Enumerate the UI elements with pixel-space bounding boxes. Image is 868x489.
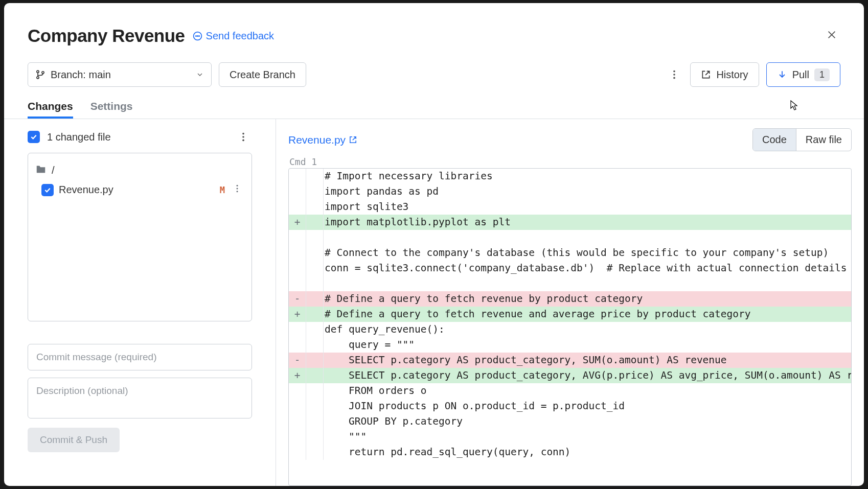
- send-feedback-link[interactable]: Send feedback: [192, 30, 274, 42]
- diff-line: + import matplotlib.pyplot as plt: [289, 215, 851, 230]
- svg-point-1: [195, 35, 196, 36]
- pull-count-badge: 1: [814, 68, 830, 81]
- svg-point-9: [674, 77, 676, 79]
- diff-line: JOIN products p ON o.product_id = p.prod…: [289, 399, 851, 414]
- dots-vertical-icon: [232, 183, 242, 194]
- tree-file[interactable]: Revenue.py M: [34, 180, 245, 199]
- tab-settings[interactable]: Settings: [90, 100, 133, 119]
- commit-message-input[interactable]: [28, 344, 252, 370]
- diff-line: # Connect to the company's database (thi…: [289, 245, 851, 261]
- create-branch-button[interactable]: Create Branch: [219, 62, 306, 87]
- external-link-icon: [349, 135, 357, 144]
- svg-point-5: [37, 77, 39, 79]
- svg-point-7: [674, 71, 676, 73]
- chat-icon: [192, 31, 203, 41]
- dots-vertical-icon: [669, 69, 680, 80]
- diff-line: # Import necessary libraries: [289, 169, 851, 184]
- select-all-checkbox[interactable]: [28, 131, 40, 143]
- diff-line: FROM orders o: [289, 383, 851, 399]
- check-icon: [43, 186, 52, 194]
- body: 1 changed file / Revenue.py M: [4, 119, 864, 486]
- tabs: Changes Settings: [4, 87, 864, 119]
- diff-line: import pandas as pd: [289, 184, 851, 199]
- file-status-badge: M: [220, 185, 225, 195]
- svg-point-2: [197, 35, 197, 36]
- svg-point-14: [237, 188, 238, 190]
- external-link-icon: [701, 69, 711, 80]
- svg-point-4: [37, 71, 39, 73]
- folder-icon: [35, 164, 47, 177]
- diff-line: GROUP BY p.category: [289, 414, 851, 429]
- modal: Company Revenue Send feedback Branch: ma…: [4, 3, 864, 486]
- toolbar: Branch: main Create Branch History Pull …: [4, 46, 864, 87]
- svg-point-3: [198, 35, 199, 36]
- diff-line: - SELECT p.category AS product_category,…: [289, 353, 851, 368]
- diff-line: + SELECT p.category AS product_category,…: [289, 368, 851, 383]
- file-tree: / Revenue.py M: [28, 153, 252, 321]
- history-button[interactable]: History: [690, 62, 759, 87]
- changed-files-row: 1 changed file: [28, 128, 252, 146]
- commit-area: Commit & Push: [28, 344, 252, 452]
- svg-point-15: [237, 191, 238, 192]
- content: Revenue.py Code Raw file Cmd 1 # Import …: [276, 119, 864, 486]
- history-label: History: [716, 69, 748, 81]
- diff-line: return pd.read_sql_query(query, conn): [289, 445, 851, 460]
- diff-line: def query_revenue():: [289, 322, 851, 337]
- pull-button[interactable]: Pull 1: [766, 62, 840, 87]
- file-checkbox[interactable]: [41, 184, 54, 196]
- sidebar: 1 changed file / Revenue.py M: [4, 119, 276, 486]
- header: Company Revenue Send feedback: [4, 3, 864, 46]
- svg-point-13: [237, 185, 238, 187]
- view-toggle: Code Raw file: [752, 128, 852, 151]
- page-title: Company Revenue: [28, 26, 185, 46]
- svg-point-8: [674, 74, 676, 76]
- tree-root-label: /: [52, 165, 55, 176]
- diff-line: - # Define a query to fetch revenue by p…: [289, 291, 851, 307]
- close-button[interactable]: [823, 26, 840, 43]
- send-feedback-label: Send feedback: [206, 30, 274, 42]
- tree-file-label: Revenue.py: [59, 184, 113, 196]
- tree-root[interactable]: /: [34, 160, 245, 180]
- diff-line: + # Define a query to fetch revenue and …: [289, 307, 851, 322]
- sidebar-more-button[interactable]: [235, 128, 252, 146]
- svg-point-12: [242, 139, 244, 142]
- chevron-down-icon: [196, 71, 204, 79]
- svg-point-6: [42, 72, 44, 74]
- diff-line: conn = sqlite3.connect('company_database…: [289, 261, 851, 276]
- check-icon: [30, 133, 38, 141]
- view-code-toggle[interactable]: Code: [753, 129, 796, 151]
- close-icon: [826, 29, 837, 40]
- file-link-label: Revenue.py: [288, 134, 346, 146]
- dots-vertical-icon: [238, 131, 249, 143]
- more-menu-button[interactable]: [666, 66, 683, 83]
- svg-point-10: [242, 133, 244, 135]
- pull-label: Pull: [792, 69, 809, 81]
- diff-line: [289, 230, 851, 245]
- cmd-label: Cmd 1: [288, 156, 852, 167]
- file-link[interactable]: Revenue.py: [288, 134, 357, 146]
- file-more-button[interactable]: [230, 183, 244, 196]
- tab-changes[interactable]: Changes: [28, 100, 73, 119]
- file-header: Revenue.py Code Raw file: [288, 128, 852, 151]
- diff-line: [289, 276, 851, 291]
- diff-line: query = """: [289, 337, 851, 353]
- diff-view[interactable]: # Import necessary libraries import pand…: [288, 168, 852, 486]
- diff-line: """: [289, 429, 851, 445]
- branch-select[interactable]: Branch: main: [28, 62, 212, 87]
- pull-arrow-icon: [777, 69, 787, 80]
- svg-point-11: [242, 136, 244, 138]
- changed-files-label: 1 changed file: [47, 131, 111, 143]
- commit-description-input[interactable]: [28, 378, 252, 418]
- view-raw-toggle[interactable]: Raw file: [796, 129, 851, 151]
- commit-push-button[interactable]: Commit & Push: [28, 428, 120, 452]
- branch-icon: [35, 69, 45, 80]
- branch-label: Branch: main: [51, 69, 111, 81]
- diff-line: import sqlite3: [289, 199, 851, 215]
